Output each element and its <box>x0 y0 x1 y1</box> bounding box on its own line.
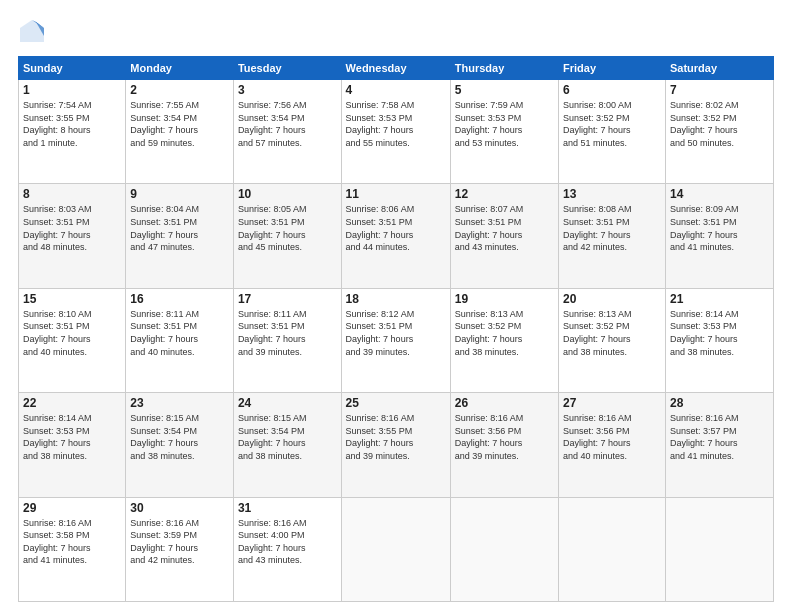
calendar-cell: 19Sunrise: 8:13 AM Sunset: 3:52 PM Dayli… <box>450 288 558 392</box>
day-number: 27 <box>563 396 661 410</box>
calendar-cell: 21Sunrise: 8:14 AM Sunset: 3:53 PM Dayli… <box>665 288 773 392</box>
calendar-cell: 11Sunrise: 8:06 AM Sunset: 3:51 PM Dayli… <box>341 184 450 288</box>
day-number: 26 <box>455 396 554 410</box>
calendar-cell: 28Sunrise: 8:16 AM Sunset: 3:57 PM Dayli… <box>665 393 773 497</box>
calendar-cell: 20Sunrise: 8:13 AM Sunset: 3:52 PM Dayli… <box>559 288 666 392</box>
col-header-saturday: Saturday <box>665 57 773 80</box>
day-number: 13 <box>563 187 661 201</box>
day-info: Sunrise: 8:16 AM Sunset: 4:00 PM Dayligh… <box>238 517 337 567</box>
day-info: Sunrise: 8:09 AM Sunset: 3:51 PM Dayligh… <box>670 203 769 253</box>
calendar-cell: 17Sunrise: 8:11 AM Sunset: 3:51 PM Dayli… <box>233 288 341 392</box>
day-number: 18 <box>346 292 446 306</box>
day-info: Sunrise: 7:54 AM Sunset: 3:55 PM Dayligh… <box>23 99 121 149</box>
calendar-cell <box>450 497 558 601</box>
day-number: 24 <box>238 396 337 410</box>
logo <box>18 18 50 46</box>
day-info: Sunrise: 8:10 AM Sunset: 3:51 PM Dayligh… <box>23 308 121 358</box>
col-header-friday: Friday <box>559 57 666 80</box>
calendar-body: 1Sunrise: 7:54 AM Sunset: 3:55 PM Daylig… <box>19 80 774 602</box>
col-header-monday: Monday <box>126 57 234 80</box>
day-info: Sunrise: 7:59 AM Sunset: 3:53 PM Dayligh… <box>455 99 554 149</box>
day-info: Sunrise: 8:07 AM Sunset: 3:51 PM Dayligh… <box>455 203 554 253</box>
day-number: 28 <box>670 396 769 410</box>
calendar-header-row: SundayMondayTuesdayWednesdayThursdayFrid… <box>19 57 774 80</box>
calendar-cell: 24Sunrise: 8:15 AM Sunset: 3:54 PM Dayli… <box>233 393 341 497</box>
col-header-tuesday: Tuesday <box>233 57 341 80</box>
day-info: Sunrise: 8:13 AM Sunset: 3:52 PM Dayligh… <box>455 308 554 358</box>
calendar-table: SundayMondayTuesdayWednesdayThursdayFrid… <box>18 56 774 602</box>
calendar-page: SundayMondayTuesdayWednesdayThursdayFrid… <box>0 0 792 612</box>
day-number: 16 <box>130 292 229 306</box>
day-info: Sunrise: 7:55 AM Sunset: 3:54 PM Dayligh… <box>130 99 229 149</box>
day-info: Sunrise: 8:15 AM Sunset: 3:54 PM Dayligh… <box>130 412 229 462</box>
calendar-cell: 31Sunrise: 8:16 AM Sunset: 4:00 PM Dayli… <box>233 497 341 601</box>
calendar-cell: 4Sunrise: 7:58 AM Sunset: 3:53 PM Daylig… <box>341 80 450 184</box>
day-number: 14 <box>670 187 769 201</box>
day-info: Sunrise: 8:14 AM Sunset: 3:53 PM Dayligh… <box>670 308 769 358</box>
day-number: 17 <box>238 292 337 306</box>
calendar-cell: 25Sunrise: 8:16 AM Sunset: 3:55 PM Dayli… <box>341 393 450 497</box>
day-number: 1 <box>23 83 121 97</box>
day-info: Sunrise: 7:58 AM Sunset: 3:53 PM Dayligh… <box>346 99 446 149</box>
calendar-cell: 14Sunrise: 8:09 AM Sunset: 3:51 PM Dayli… <box>665 184 773 288</box>
calendar-cell: 30Sunrise: 8:16 AM Sunset: 3:59 PM Dayli… <box>126 497 234 601</box>
day-info: Sunrise: 8:04 AM Sunset: 3:51 PM Dayligh… <box>130 203 229 253</box>
day-info: Sunrise: 8:03 AM Sunset: 3:51 PM Dayligh… <box>23 203 121 253</box>
day-number: 7 <box>670 83 769 97</box>
day-number: 25 <box>346 396 446 410</box>
col-header-sunday: Sunday <box>19 57 126 80</box>
calendar-cell: 9Sunrise: 8:04 AM Sunset: 3:51 PM Daylig… <box>126 184 234 288</box>
day-info: Sunrise: 8:00 AM Sunset: 3:52 PM Dayligh… <box>563 99 661 149</box>
calendar-cell: 26Sunrise: 8:16 AM Sunset: 3:56 PM Dayli… <box>450 393 558 497</box>
day-number: 31 <box>238 501 337 515</box>
calendar-cell: 18Sunrise: 8:12 AM Sunset: 3:51 PM Dayli… <box>341 288 450 392</box>
col-header-thursday: Thursday <box>450 57 558 80</box>
day-info: Sunrise: 8:16 AM Sunset: 3:58 PM Dayligh… <box>23 517 121 567</box>
day-info: Sunrise: 8:14 AM Sunset: 3:53 PM Dayligh… <box>23 412 121 462</box>
day-info: Sunrise: 8:16 AM Sunset: 3:55 PM Dayligh… <box>346 412 446 462</box>
day-info: Sunrise: 8:08 AM Sunset: 3:51 PM Dayligh… <box>563 203 661 253</box>
day-number: 2 <box>130 83 229 97</box>
day-info: Sunrise: 8:11 AM Sunset: 3:51 PM Dayligh… <box>130 308 229 358</box>
day-info: Sunrise: 8:16 AM Sunset: 3:59 PM Dayligh… <box>130 517 229 567</box>
calendar-cell <box>665 497 773 601</box>
day-number: 3 <box>238 83 337 97</box>
day-info: Sunrise: 8:13 AM Sunset: 3:52 PM Dayligh… <box>563 308 661 358</box>
calendar-cell: 13Sunrise: 8:08 AM Sunset: 3:51 PM Dayli… <box>559 184 666 288</box>
day-number: 10 <box>238 187 337 201</box>
calendar-cell: 15Sunrise: 8:10 AM Sunset: 3:51 PM Dayli… <box>19 288 126 392</box>
day-number: 11 <box>346 187 446 201</box>
day-info: Sunrise: 8:16 AM Sunset: 3:56 PM Dayligh… <box>563 412 661 462</box>
day-number: 20 <box>563 292 661 306</box>
week-row-1: 1Sunrise: 7:54 AM Sunset: 3:55 PM Daylig… <box>19 80 774 184</box>
calendar-cell: 5Sunrise: 7:59 AM Sunset: 3:53 PM Daylig… <box>450 80 558 184</box>
svg-marker-0 <box>20 20 44 42</box>
calendar-cell <box>559 497 666 601</box>
day-number: 21 <box>670 292 769 306</box>
day-number: 5 <box>455 83 554 97</box>
day-number: 4 <box>346 83 446 97</box>
calendar-cell <box>341 497 450 601</box>
day-number: 8 <box>23 187 121 201</box>
day-info: Sunrise: 8:02 AM Sunset: 3:52 PM Dayligh… <box>670 99 769 149</box>
calendar-cell: 3Sunrise: 7:56 AM Sunset: 3:54 PM Daylig… <box>233 80 341 184</box>
week-row-5: 29Sunrise: 8:16 AM Sunset: 3:58 PM Dayli… <box>19 497 774 601</box>
calendar-cell: 12Sunrise: 8:07 AM Sunset: 3:51 PM Dayli… <box>450 184 558 288</box>
day-info: Sunrise: 8:16 AM Sunset: 3:56 PM Dayligh… <box>455 412 554 462</box>
day-info: Sunrise: 8:12 AM Sunset: 3:51 PM Dayligh… <box>346 308 446 358</box>
calendar-cell: 1Sunrise: 7:54 AM Sunset: 3:55 PM Daylig… <box>19 80 126 184</box>
calendar-cell: 27Sunrise: 8:16 AM Sunset: 3:56 PM Dayli… <box>559 393 666 497</box>
day-number: 9 <box>130 187 229 201</box>
day-number: 23 <box>130 396 229 410</box>
calendar-cell: 7Sunrise: 8:02 AM Sunset: 3:52 PM Daylig… <box>665 80 773 184</box>
day-info: Sunrise: 8:15 AM Sunset: 3:54 PM Dayligh… <box>238 412 337 462</box>
calendar-cell: 16Sunrise: 8:11 AM Sunset: 3:51 PM Dayli… <box>126 288 234 392</box>
day-number: 29 <box>23 501 121 515</box>
week-row-4: 22Sunrise: 8:14 AM Sunset: 3:53 PM Dayli… <box>19 393 774 497</box>
week-row-2: 8Sunrise: 8:03 AM Sunset: 3:51 PM Daylig… <box>19 184 774 288</box>
day-info: Sunrise: 8:06 AM Sunset: 3:51 PM Dayligh… <box>346 203 446 253</box>
day-number: 30 <box>130 501 229 515</box>
calendar-cell: 29Sunrise: 8:16 AM Sunset: 3:58 PM Dayli… <box>19 497 126 601</box>
day-number: 19 <box>455 292 554 306</box>
day-number: 6 <box>563 83 661 97</box>
